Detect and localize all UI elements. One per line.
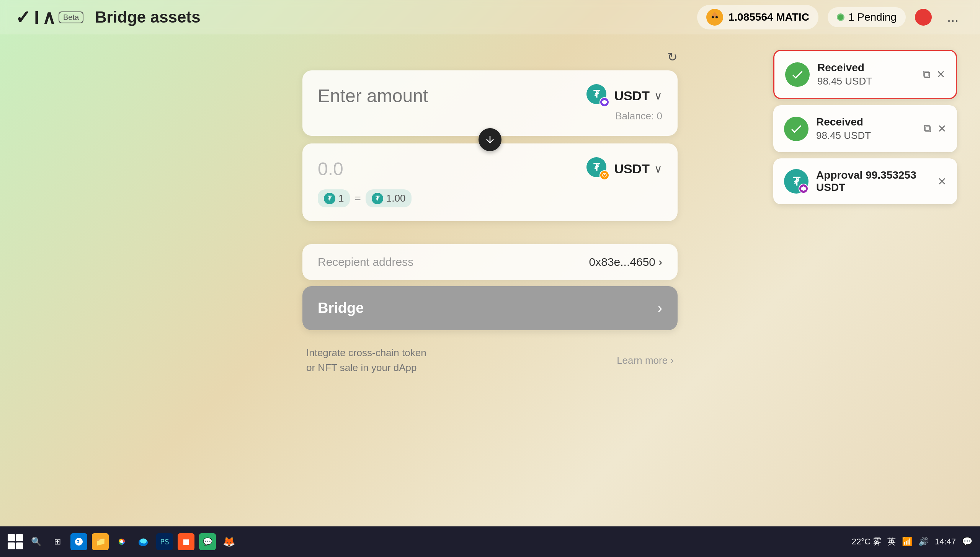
to-token-icon-wrap: ₮ xyxy=(586,157,609,180)
notif-2-actions: ⧉ ✕ xyxy=(924,122,946,135)
svg-point-10 xyxy=(120,540,123,543)
rate-right-icon: ₮ xyxy=(372,193,383,204)
taskbar-lang: 英 xyxy=(887,536,896,547)
header: ✓ I ∧ Beta Bridge assets 1.085564 MATIC … xyxy=(0,0,980,34)
taskbar-explorer[interactable]: 📁 xyxy=(92,533,109,550)
learn-more-link[interactable]: Learn more › xyxy=(617,355,674,366)
notif-3-token-icon: ₮ xyxy=(784,169,808,194)
taskbar-wechat[interactable]: 💬 xyxy=(199,533,216,550)
notification-1: Received 98.45 USDT ⧉ ✕ xyxy=(773,50,957,99)
to-card: 0.0 ₮ USDT ∨ ₮ 1 = xyxy=(302,143,678,221)
notif-2-close-button[interactable]: ✕ xyxy=(938,122,946,135)
notif-3-close-button[interactable]: ✕ xyxy=(938,175,946,188)
to-token-selector[interactable]: ₮ USDT ∨ xyxy=(586,157,662,180)
header-right: 1.085564 MATIC 1 Pending ... xyxy=(697,5,965,29)
check-icon xyxy=(791,68,804,81)
swap-button[interactable] xyxy=(479,128,501,151)
status-circle xyxy=(915,9,932,26)
footer-line1: Integrate cross-chain token xyxy=(306,345,426,360)
notif-2-title: Received xyxy=(816,116,916,128)
to-token-chevron[interactable]: ∨ xyxy=(654,163,662,175)
pending-label: 1 Pending xyxy=(848,11,897,23)
from-token-name: USDT xyxy=(614,88,650,103)
notif-3-text: Approval 99.353253 USDT xyxy=(816,169,930,194)
form-container: ↻ ₮ USDT ∨ Balance: 0 xyxy=(302,50,678,375)
taskbar-notification[interactable]: 💬 xyxy=(962,537,972,547)
recipient-label: Recepient address xyxy=(318,256,413,269)
notif-3-chain-badge xyxy=(799,184,808,194)
svg-marker-6 xyxy=(602,100,607,104)
notif-3-actions: ✕ xyxy=(938,175,946,188)
rate-row: ₮ 1 = ₮ 1.00 xyxy=(318,189,662,207)
notification-3: ₮ Approval 99.353253 USDT ✕ xyxy=(773,158,957,204)
wallet-info[interactable]: 1.085564 MATIC xyxy=(697,5,818,29)
from-token-icon-wrap: ₮ xyxy=(586,84,609,107)
taskbar-taskview[interactable]: ⊞ xyxy=(49,533,66,550)
rate-right-amount: 1.00 xyxy=(386,192,406,204)
more-button[interactable]: ... xyxy=(941,6,965,28)
rate-left-icon: ₮ xyxy=(324,193,335,204)
taskbar-search[interactable]: 🔍 xyxy=(28,533,44,550)
start-button[interactable] xyxy=(8,534,23,549)
to-token-name: USDT xyxy=(614,161,650,176)
amount-input[interactable] xyxy=(318,85,586,106)
footer-line2: or NFT sale in your dApp xyxy=(306,360,426,375)
svg-marker-8 xyxy=(801,186,806,191)
rate-right-token: ₮ 1.00 xyxy=(366,189,412,207)
main-content: ↻ ₮ USDT ∨ Balance: 0 xyxy=(0,34,980,375)
taskbar-wifi: 📶 xyxy=(902,537,912,547)
amount-row: ₮ USDT ∨ xyxy=(318,84,662,107)
pending-dot xyxy=(837,13,844,21)
notif-1-close-button[interactable]: ✕ xyxy=(936,68,945,81)
taskbar-app2[interactable]: 🦊 xyxy=(220,533,237,550)
logo-text: ✓ I ∧ xyxy=(15,7,55,28)
from-card: ₮ USDT ∨ Balance: 0 xyxy=(302,70,678,136)
bridge-button[interactable]: Bridge › xyxy=(302,286,678,330)
recipient-arrow: › xyxy=(658,256,662,269)
taskbar-weather: 22°C 雾 xyxy=(852,536,881,547)
recipient-address-text: 0x83e...4650 xyxy=(589,256,655,269)
taskbar-edge2[interactable] xyxy=(135,533,152,550)
recipient-card: Recepient address 0x83e...4650 › xyxy=(302,244,678,280)
from-token-selector[interactable]: ₮ USDT ∨ xyxy=(586,84,662,107)
refresh-button[interactable]: ↻ xyxy=(667,50,678,64)
footer-text: Integrate cross-chain token or NFT sale … xyxy=(306,345,426,375)
notif-1-external-link[interactable]: ⧉ xyxy=(923,68,930,81)
taskbar: 🔍 ⊞ 📁 PS ◼ 💬 🦊 22°C 雾 英 📶 🔊 14:47 💬 xyxy=(0,526,980,557)
svg-point-4 xyxy=(712,16,714,18)
notif-2-external-link[interactable]: ⧉ xyxy=(924,122,931,135)
from-balance: Balance: 0 xyxy=(318,110,662,122)
recipient-address[interactable]: 0x83e...4650 › xyxy=(589,256,662,269)
taskbar-terminal[interactable]: PS xyxy=(156,533,173,550)
wallet-balance: 1.085564 MATIC xyxy=(728,11,809,23)
taskbar-app1[interactable]: ◼ xyxy=(178,533,194,550)
fox-icon xyxy=(706,9,723,26)
notif-2-check-icon xyxy=(784,117,808,141)
taskbar-time: 14:47 xyxy=(935,537,956,547)
taskbar-volume: 🔊 xyxy=(918,537,929,547)
taskbar-edge[interactable] xyxy=(70,533,87,550)
swap-arrow-wrap xyxy=(479,128,501,151)
from-chain-badge xyxy=(599,97,609,107)
rate-equal: = xyxy=(354,192,361,205)
to-amount: 0.0 xyxy=(318,158,343,179)
notif-2-text: Received 98.45 USDT xyxy=(816,116,916,142)
rate-left-amount: 1 xyxy=(338,192,344,204)
from-token-chevron[interactable]: ∨ xyxy=(654,90,662,102)
notif-1-actions: ⧉ ✕ xyxy=(923,68,945,81)
notif-3-title: Approval 99.353253 USDT xyxy=(816,169,930,194)
footer-info: Integrate cross-chain token or NFT sale … xyxy=(302,345,678,375)
to-chain-badge xyxy=(599,170,609,180)
notif-1-check-icon xyxy=(785,62,810,87)
taskbar-clock: 14:47 xyxy=(935,537,956,547)
taskbar-chrome[interactable] xyxy=(113,533,130,550)
taskbar-right: 22°C 雾 英 📶 🔊 14:47 💬 xyxy=(852,536,972,547)
notifications-panel: Received 98.45 USDT ⧉ ✕ Received 98.45 U… xyxy=(773,50,957,204)
svg-point-5 xyxy=(715,16,718,18)
to-amount-row: 0.0 ₮ USDT ∨ xyxy=(318,157,662,180)
notif-1-text: Received 98.45 USDT xyxy=(817,62,915,87)
beta-badge: Beta xyxy=(59,11,83,23)
notif-2-amount: 98.45 USDT xyxy=(816,130,916,142)
page-title: Bridge assets xyxy=(95,8,200,26)
pending-badge[interactable]: 1 Pending xyxy=(828,7,906,27)
